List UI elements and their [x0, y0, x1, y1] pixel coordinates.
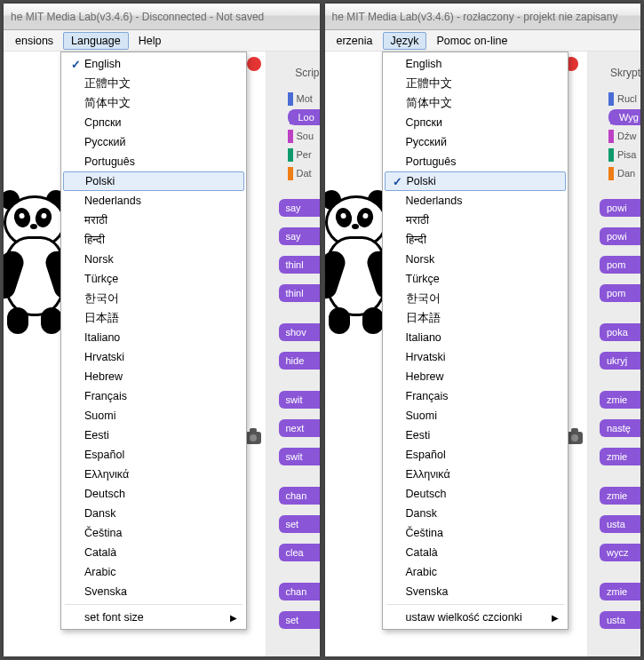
language-option[interactable]: Türkçe — [63, 269, 244, 289]
language-option[interactable]: Hrvatski — [63, 347, 244, 367]
menu-help[interactable]: Help — [131, 32, 170, 50]
language-option[interactable]: Ελληνικά — [385, 465, 566, 484]
language-option[interactable]: 日本語 — [385, 308, 566, 328]
code-block[interactable]: zmie — [600, 583, 640, 600]
category-item[interactable]: Rucl — [608, 91, 640, 107]
language-option[interactable]: Српски — [385, 113, 566, 132]
language-option[interactable]: 한국어 — [385, 289, 566, 308]
language-option[interactable]: Dansk — [63, 504, 244, 523]
code-block[interactable]: clea — [279, 544, 320, 561]
menu-language[interactable]: Język — [383, 32, 427, 50]
language-option[interactable]: Eesti — [385, 425, 566, 445]
language-option[interactable]: Ελληνικά — [63, 465, 244, 484]
code-block[interactable]: zmie — [600, 448, 640, 465]
language-option[interactable]: Čeština — [63, 523, 244, 543]
code-block[interactable]: powi — [600, 227, 640, 245]
code-block[interactable]: set — [279, 611, 320, 629]
code-block[interactable]: zmie — [600, 487, 640, 505]
language-option[interactable]: 한국어 — [63, 289, 244, 308]
camera-icon[interactable] — [567, 432, 583, 444]
language-option[interactable]: English — [385, 54, 566, 74]
category-item[interactable]: Mot — [288, 91, 320, 107]
code-block[interactable]: thinl — [279, 256, 320, 274]
code-block[interactable]: powi — [600, 199, 640, 217]
font-size-submenu[interactable]: set font size▶ — [63, 608, 244, 627]
language-option[interactable]: 日本語 — [63, 308, 244, 328]
code-block[interactable]: next — [279, 419, 320, 437]
language-option[interactable]: Hebrew — [63, 367, 244, 386]
code-block[interactable]: ukryj — [600, 352, 640, 370]
stop-icon[interactable] — [247, 57, 261, 71]
category-item[interactable]: Sou — [288, 128, 320, 144]
category-item[interactable]: Dan — [608, 165, 640, 181]
language-option[interactable]: Deutsch — [385, 484, 566, 504]
language-option[interactable]: Polski — [63, 171, 244, 191]
language-option[interactable]: Deutsch — [63, 484, 244, 504]
language-option[interactable]: Русский — [385, 132, 566, 152]
category-item[interactable]: Wyg — [608, 109, 640, 125]
code-block[interactable]: chan — [279, 487, 320, 505]
camera-icon[interactable] — [245, 432, 261, 444]
category-item[interactable]: Dźw — [608, 128, 640, 144]
language-option[interactable]: Norsk — [63, 250, 244, 269]
code-block[interactable]: pom — [600, 284, 640, 302]
language-option[interactable]: ✓English — [63, 54, 244, 74]
language-option[interactable]: Suomi — [385, 406, 566, 425]
language-option[interactable]: 简体中文 — [63, 93, 244, 113]
language-option[interactable]: Français — [63, 386, 244, 406]
language-option[interactable]: Српски — [63, 113, 244, 132]
code-block[interactable]: thinl — [279, 284, 320, 302]
language-option[interactable]: Italiano — [385, 328, 566, 347]
language-option[interactable]: Português — [63, 152, 244, 171]
category-item[interactable]: Pisa — [608, 147, 640, 163]
language-option[interactable]: Čeština — [385, 523, 566, 543]
code-block[interactable]: set — [279, 515, 320, 533]
language-option[interactable]: Arabic — [385, 562, 566, 582]
code-block[interactable]: swit — [279, 448, 320, 465]
language-option[interactable]: Hebrew — [385, 367, 566, 386]
language-option[interactable]: 正體中文 — [385, 74, 566, 93]
code-block[interactable]: say — [279, 227, 320, 245]
language-option[interactable]: Svenska — [385, 582, 566, 601]
menu-language[interactable]: Language — [63, 32, 129, 50]
code-block[interactable]: poka — [600, 323, 640, 341]
language-option[interactable]: Català — [63, 543, 244, 562]
language-option[interactable]: 正體中文 — [63, 74, 244, 93]
language-option[interactable]: Svenska — [63, 582, 244, 601]
code-block[interactable]: chan — [279, 583, 320, 600]
language-option[interactable]: Español — [63, 445, 244, 465]
code-block[interactable]: usta — [600, 515, 640, 533]
code-block[interactable]: shov — [279, 323, 320, 341]
language-option[interactable]: Español — [385, 445, 566, 465]
language-option[interactable]: Eesti — [63, 425, 244, 445]
font-size-submenu[interactable]: ustaw wielkość czcionki▶ — [385, 608, 566, 627]
language-option[interactable]: Norsk — [385, 250, 566, 269]
language-option[interactable]: Italiano — [63, 328, 244, 347]
code-block[interactable]: wycz — [600, 544, 640, 561]
menu-extensions[interactable]: ensions — [7, 32, 61, 50]
menu-help[interactable]: Pomoc on-line — [428, 32, 515, 50]
language-option[interactable]: Hrvatski — [385, 347, 566, 367]
language-option[interactable]: मराठी — [63, 211, 244, 230]
language-option[interactable]: Türkçe — [385, 269, 566, 289]
language-option[interactable]: Suomi — [63, 406, 244, 425]
language-option[interactable]: हिन्दी — [385, 230, 566, 250]
language-option[interactable]: 简体中文 — [385, 93, 566, 113]
code-block[interactable]: swit — [279, 391, 320, 409]
language-option[interactable]: Русский — [63, 132, 244, 152]
code-block[interactable]: hide — [279, 352, 320, 370]
code-block[interactable]: zmie — [600, 391, 640, 409]
code-block[interactable]: usta — [600, 611, 640, 629]
language-option[interactable]: मराठी — [385, 211, 566, 230]
language-option[interactable]: Arabic — [63, 562, 244, 582]
code-block[interactable]: pom — [600, 256, 640, 274]
language-option[interactable]: Nederlands — [63, 191, 244, 211]
category-item[interactable]: Dat — [288, 165, 320, 181]
language-option[interactable]: Português — [385, 152, 566, 171]
language-option[interactable]: Català — [385, 543, 566, 562]
category-item[interactable]: Loo — [288, 109, 320, 125]
language-option[interactable]: Dansk — [385, 504, 566, 523]
code-block[interactable]: nastę — [600, 419, 640, 437]
menu-extensions[interactable]: erzenia — [329, 32, 381, 50]
language-option[interactable]: Français — [385, 386, 566, 406]
